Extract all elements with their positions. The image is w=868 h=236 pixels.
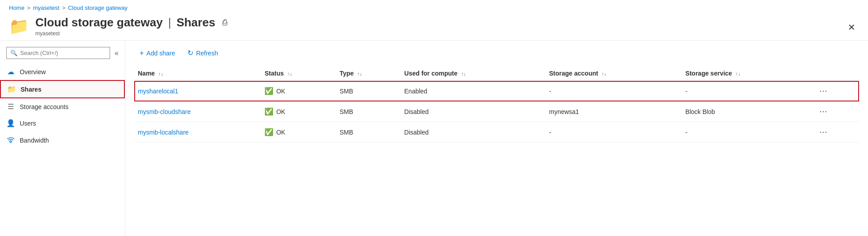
- resource-subtitle: myasetest: [35, 30, 229, 37]
- col-header-status[interactable]: Status ↑↓: [261, 66, 336, 81]
- collapse-icon: «: [115, 49, 119, 57]
- cell-storage-service-1: Block Blob: [682, 101, 813, 122]
- more-options-button-0[interactable]: ···: [817, 85, 830, 97]
- cell-storage-account-1: mynewsa1: [545, 101, 682, 122]
- add-share-label: Add share: [146, 50, 175, 57]
- search-icon: 🔍: [10, 50, 17, 56]
- status-text-0: OK: [276, 88, 285, 95]
- cell-more-0: ···: [813, 81, 859, 101]
- header: 📁 Cloud storage gateway | Shares ⎙ myase…: [0, 14, 868, 40]
- col-header-used-for-compute[interactable]: Used for compute ↑↓: [401, 66, 546, 81]
- sidebar-item-label-bandwidth: Bandwidth: [20, 137, 49, 144]
- col-header-type[interactable]: Type ↑↓: [336, 66, 401, 81]
- main-layout: 🔍 « ☁ Overview 📁 Shares ☰ Storage accoun…: [0, 40, 868, 236]
- app-container: Home > myasetest > Cloud storage gateway…: [0, 0, 868, 236]
- cell-status-1: ✅ OK: [261, 101, 336, 122]
- collapse-sidebar-button[interactable]: «: [113, 47, 120, 59]
- users-icon: 👤: [6, 119, 15, 127]
- shares-icon: 📁: [7, 85, 16, 93]
- storage-accounts-icon: ☰: [6, 102, 15, 111]
- sidebar-item-users[interactable]: 👤 Users: [0, 115, 125, 131]
- resource-name: Cloud storage gateway: [35, 16, 163, 30]
- cell-name-2: mysmb-localshare: [134, 122, 261, 143]
- status-text-2: OK: [276, 129, 285, 136]
- refresh-icon: ↻: [187, 49, 193, 57]
- refresh-button[interactable]: ↻ Refresh: [182, 46, 223, 60]
- status-ok-icon-2: ✅: [264, 128, 273, 136]
- status-text-1: OK: [276, 108, 285, 115]
- more-options-button-1[interactable]: ···: [817, 106, 830, 117]
- col-header-actions: [813, 66, 859, 81]
- sort-storage-service-icon: ↑↓: [736, 71, 740, 76]
- cell-compute-0: Enabled: [401, 81, 546, 101]
- table-header-row: Name ↑↓ Status ↑↓ Type ↑↓ Used for com: [134, 66, 859, 81]
- print-icon: ⎙: [222, 18, 227, 27]
- breadcrumb-sep1: >: [27, 5, 30, 11]
- cell-type-0: SMB: [336, 81, 401, 101]
- status-ok-icon-1: ✅: [264, 107, 273, 116]
- bandwidth-icon: [6, 135, 15, 145]
- cell-storage-service-2: -: [682, 122, 813, 143]
- sort-status-icon: ↑↓: [287, 71, 292, 76]
- sidebar-item-label-storage-accounts: Storage accounts: [20, 103, 68, 110]
- cell-more-1: ···: [813, 101, 859, 122]
- cell-status-2: ✅ OK: [261, 122, 336, 143]
- cell-type-1: SMB: [336, 101, 401, 122]
- cell-name-0: mysharelocal1: [134, 81, 261, 101]
- search-bar-container: 🔍 «: [0, 44, 125, 63]
- print-button[interactable]: ⎙: [221, 16, 229, 29]
- breadcrumb-sep2: >: [62, 5, 65, 11]
- title-divider: |: [168, 16, 171, 30]
- breadcrumb-current: Cloud storage gateway: [68, 4, 128, 11]
- share-name-link-2[interactable]: mysmb-localshare: [138, 129, 189, 136]
- search-input[interactable]: [20, 50, 106, 56]
- sidebar-item-label-users: Users: [20, 120, 36, 127]
- status-ok-icon-0: ✅: [264, 87, 273, 95]
- shares-table: Name ↑↓ Status ↑↓ Type ↑↓ Used for com: [134, 66, 859, 143]
- sidebar-item-bandwidth[interactable]: Bandwidth: [0, 131, 125, 149]
- col-header-storage-service[interactable]: Storage service ↑↓: [682, 66, 813, 81]
- page-title: Cloud storage gateway | Shares ⎙: [35, 16, 229, 30]
- section-name: Shares: [176, 16, 215, 30]
- share-name-link-0[interactable]: mysharelocal1: [138, 88, 178, 95]
- col-header-name[interactable]: Name ↑↓: [134, 66, 261, 81]
- cell-more-2: ···: [813, 122, 859, 143]
- breadcrumb-home[interactable]: Home: [9, 4, 25, 11]
- sidebar-item-label-shares: Shares: [21, 86, 42, 93]
- table-row[interactable]: mysharelocal1 ✅ OK SMB Enabled - - ···: [134, 81, 859, 101]
- col-header-storage-account[interactable]: Storage account ↑↓: [545, 66, 682, 81]
- overview-icon: ☁: [6, 67, 15, 76]
- cell-status-0: ✅ OK: [261, 81, 336, 101]
- content-area: + Add share ↻ Refresh Name ↑↓: [125, 41, 868, 236]
- share-name-link-1[interactable]: mysmb-cloudshare: [138, 108, 191, 115]
- cell-name-1: mysmb-cloudshare: [134, 101, 261, 122]
- close-icon: ✕: [848, 22, 855, 32]
- sidebar-item-overview[interactable]: ☁ Overview: [0, 63, 125, 80]
- search-bar: 🔍: [6, 47, 110, 59]
- sort-compute-icon: ↑↓: [461, 71, 466, 76]
- table-header: Name ↑↓ Status ↑↓ Type ↑↓ Used for com: [134, 66, 859, 81]
- table-row[interactable]: mysmb-cloudshare ✅ OK SMB Disabled mynew…: [134, 101, 859, 122]
- svg-point-0: [10, 141, 12, 143]
- toolbar: + Add share ↻ Refresh: [134, 46, 859, 66]
- cell-storage-service-0: -: [682, 81, 813, 101]
- sort-storage-account-icon: ↑↓: [602, 71, 607, 76]
- cell-storage-account-0: -: [545, 81, 682, 101]
- close-button[interactable]: ✕: [844, 20, 859, 34]
- cell-compute-1: Disabled: [401, 101, 546, 122]
- sidebar-item-label-overview: Overview: [20, 68, 46, 76]
- cell-storage-account-2: -: [545, 122, 682, 143]
- folder-icon: 📁: [9, 18, 29, 34]
- table-row[interactable]: mysmb-localshare ✅ OK SMB Disabled - - ·…: [134, 122, 859, 143]
- sidebar-item-storage-accounts[interactable]: ☰ Storage accounts: [0, 98, 125, 115]
- breadcrumb-myasetest[interactable]: myasetest: [33, 4, 60, 11]
- sidebar-item-shares[interactable]: 📁 Shares: [0, 80, 125, 98]
- add-share-button[interactable]: + Add share: [134, 46, 180, 60]
- add-icon: +: [140, 49, 144, 57]
- breadcrumb: Home > myasetest > Cloud storage gateway: [0, 0, 868, 14]
- refresh-label: Refresh: [196, 50, 218, 57]
- table-body: mysharelocal1 ✅ OK SMB Enabled - - ··· m…: [134, 81, 859, 143]
- cell-compute-2: Disabled: [401, 122, 546, 143]
- sort-name-icon: ↑↓: [158, 71, 163, 76]
- more-options-button-2[interactable]: ···: [817, 126, 830, 138]
